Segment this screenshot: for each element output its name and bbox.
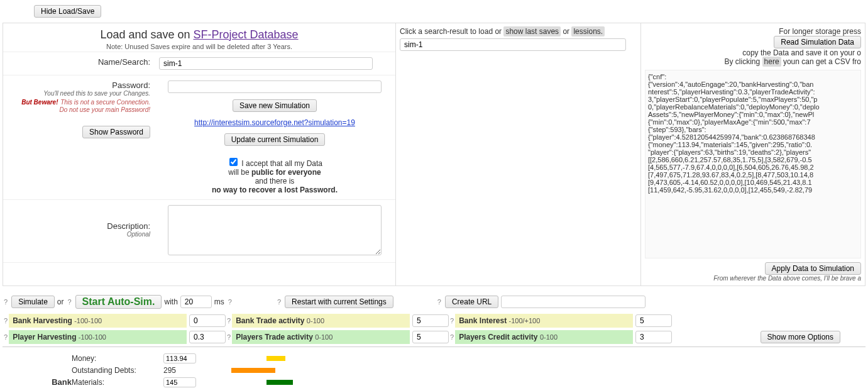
bank-label: Bank (3, 352, 72, 387)
show-more-options-button[interactable]: Show more Options (761, 331, 840, 343)
search-hint: Click a search-result to load or show la… (400, 27, 637, 36)
debts-label: Outstanding Debts: (72, 366, 160, 375)
update-current-simulation-button[interactable]: Update current Simulation (224, 133, 326, 146)
help-icon[interactable]: ? (67, 298, 71, 306)
help-icon[interactable]: ? (4, 317, 8, 324)
storage-hint-3: By clicking here youn can get a CSV fro (645, 57, 861, 66)
debts-bar (231, 368, 275, 373)
name-search-input[interactable] (159, 57, 373, 70)
money-value[interactable] (163, 353, 196, 363)
load-save-panel: Load and save on SF-Project Database Not… (3, 23, 865, 286)
help-icon[interactable]: ? (4, 333, 8, 341)
opt-label: Bank Trade activity 0-100 (232, 314, 410, 328)
sim-control-row: ? Simulate or ? Start Auto-Sim. with ms … (3, 292, 865, 311)
lessions-link[interactable]: lessions. (571, 26, 605, 36)
materials-label: Materials: (72, 378, 160, 387)
opt-input[interactable] (412, 331, 449, 343)
sf-project-link[interactable]: SF-Project Database (194, 28, 299, 41)
read-simulation-data-button[interactable]: Read Simulation Data (774, 36, 861, 48)
opt-label: Players Credit activity 0-100 (455, 330, 633, 344)
opt-label: Player Harvesting -100-100 (9, 330, 187, 344)
hide-load-save-button[interactable]: Hide Load/Save (34, 5, 101, 18)
create-url-button[interactable]: Create URL (445, 296, 498, 308)
opt-input[interactable] (635, 314, 672, 327)
help-icon[interactable]: ? (450, 333, 454, 341)
opt-input[interactable] (189, 314, 226, 327)
help-icon[interactable]: ? (277, 298, 281, 306)
help-icon[interactable]: ? (437, 298, 441, 306)
opt-label: Bank Harvesting -100-100 (9, 314, 187, 328)
search-result-input[interactable] (400, 38, 626, 51)
description-textarea[interactable] (168, 205, 382, 255)
description-label: Description: Optional (6, 202, 157, 260)
materials-bar (266, 380, 293, 385)
opt-input[interactable] (189, 331, 226, 343)
apply-footnote: From wherever the Data above comes, I'll… (645, 275, 861, 282)
opt-label: Players Trade activity 0-100 (232, 330, 410, 344)
materials-value[interactable] (163, 377, 196, 387)
apply-data-button[interactable]: Apply Data to Simulation (765, 262, 861, 275)
opt-label: Bank Interest -100/+100 (455, 314, 633, 328)
help-icon[interactable]: ? (450, 317, 454, 324)
save-new-simulation-button[interactable]: Save new Simulation (233, 99, 317, 112)
show-password-button[interactable]: Show Password (82, 126, 150, 138)
money-bar (266, 356, 285, 361)
simulate-button[interactable]: Simulate (11, 296, 55, 308)
opt-input[interactable] (635, 331, 672, 343)
url-output[interactable] (501, 296, 646, 308)
storage-hint-2: copy the Data and save it on your o (645, 48, 861, 57)
show-last-saves-link[interactable]: show last saves (503, 26, 561, 36)
accept-text-1: I accept that all my Data (241, 159, 322, 168)
load-note: Note: Unused Saves expire and will be de… (6, 43, 393, 50)
storage-hint-1: For longer storage press (645, 27, 861, 36)
name-search-label: Name/Search: (6, 55, 157, 72)
load-title: Load and save on SF-Project Database Not… (3, 23, 395, 52)
debts-value: 295 (163, 366, 176, 375)
help-icon[interactable]: ? (4, 298, 8, 306)
help-icon[interactable]: ? (228, 298, 232, 306)
money-label: Money: (72, 354, 160, 363)
bank-stats: Bank Money: Outstanding Debts: 295 Mater… (3, 352, 865, 388)
help-icon[interactable]: ? (227, 317, 231, 324)
help-icon[interactable]: ? (227, 333, 231, 341)
csv-here-link[interactable]: here (762, 57, 781, 67)
start-auto-sim-button[interactable]: Start Auto-Sim. (75, 295, 162, 309)
simulation-data-json[interactable]: {"cnf": {"version":4,"autoEngage":20,"ba… (645, 70, 861, 258)
password-input[interactable] (168, 80, 382, 93)
ms-input[interactable] (180, 296, 212, 308)
password-label: Password: You'll need this to save your … (6, 78, 157, 197)
restart-button[interactable]: Restart with current Settings (285, 296, 393, 308)
simulation-url-link[interactable]: http://interestsim.sourceforge.net?simul… (194, 118, 355, 127)
opt-input[interactable] (412, 314, 449, 327)
accept-checkbox[interactable] (229, 158, 238, 166)
